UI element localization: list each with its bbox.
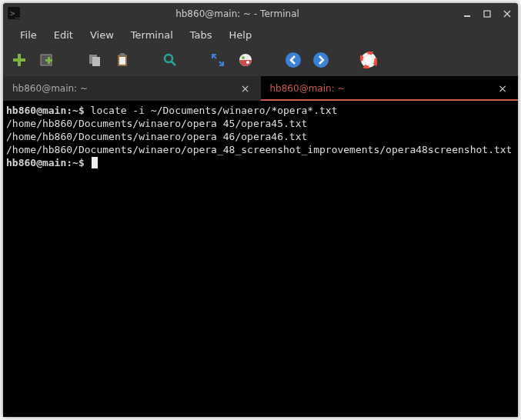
help-button[interactable] <box>360 52 377 68</box>
svg-point-17 <box>242 56 245 59</box>
search-button[interactable] <box>162 52 179 68</box>
output-line-2: /home/hb860/Documents/winaero/opera 46/o… <box>6 131 307 142</box>
svg-rect-3 <box>484 11 490 17</box>
svg-rect-10 <box>92 57 100 66</box>
svg-rect-13 <box>120 53 125 56</box>
svg-point-19 <box>286 52 301 68</box>
menubar: File Edit View Terminal Tabs Help <box>3 25 518 47</box>
tab-1-close-icon[interactable]: × <box>239 82 252 95</box>
terminal-window: >_ hb860@main: ~ - Terminal File Edit Vi… <box>3 3 518 417</box>
preferences-button[interactable] <box>237 52 254 68</box>
svg-point-20 <box>313 52 329 68</box>
app-icon: >_ <box>8 7 22 21</box>
menu-terminal[interactable]: Terminal <box>123 28 181 42</box>
svg-point-23 <box>366 57 372 64</box>
tab-2[interactable]: hb860@main: ~ × <box>261 76 519 101</box>
next-tab-button[interactable] <box>312 52 329 68</box>
maximize-button[interactable] <box>481 8 493 20</box>
close-button[interactable] <box>501 8 513 20</box>
fullscreen-button[interactable] <box>209 52 226 68</box>
output-line-1: /home/hb860/Documents/winaero/opera 45/o… <box>6 118 307 129</box>
terminal-viewport[interactable]: hb860@main:~$ locate -i ~/Documents/wina… <box>3 101 518 417</box>
paste-button[interactable] <box>114 52 131 68</box>
svg-point-18 <box>246 61 249 64</box>
menu-view[interactable]: View <box>82 28 122 42</box>
tab-bar: hb860@main: ~ × hb860@main: ~ × <box>3 76 518 101</box>
svg-rect-8 <box>45 59 52 62</box>
menu-tabs[interactable]: Tabs <box>182 28 220 42</box>
minimize-button[interactable] <box>461 8 473 20</box>
svg-point-14 <box>165 55 172 62</box>
svg-text:>_: >_ <box>10 8 20 18</box>
new-tab-button[interactable] <box>11 52 28 68</box>
tab-2-close-icon[interactable]: × <box>496 82 509 95</box>
titlebar: >_ hb860@main: ~ - Terminal <box>3 3 518 25</box>
prompt-line-1: hb860@main:~$ <box>6 105 91 116</box>
window-title: hb860@main: ~ - Terminal <box>22 8 453 19</box>
command-1: locate -i ~/Documents/winaero/*opera*.tx… <box>91 105 338 116</box>
copy-button[interactable] <box>86 52 103 68</box>
output-line-3: /home/hb860/Documents/winaero/opera_48_s… <box>6 144 512 155</box>
cursor <box>92 157 98 168</box>
menu-help[interactable]: Help <box>222 28 260 42</box>
prev-tab-button[interactable] <box>285 52 302 68</box>
menu-edit[interactable]: Edit <box>46 28 81 42</box>
tab-2-label: hb860@main: ~ <box>270 83 497 94</box>
toolbar <box>3 47 518 76</box>
tab-1[interactable]: hb860@main: ~ × <box>3 76 261 101</box>
svg-rect-2 <box>464 15 470 17</box>
svg-line-15 <box>172 62 175 65</box>
new-window-button[interactable] <box>38 52 55 68</box>
svg-rect-5 <box>13 58 25 62</box>
tab-1-label: hb860@main: ~ <box>12 83 239 94</box>
menu-file[interactable]: File <box>12 28 45 42</box>
prompt-line-2: hb860@main:~$ <box>6 157 91 168</box>
svg-rect-12 <box>119 57 125 65</box>
